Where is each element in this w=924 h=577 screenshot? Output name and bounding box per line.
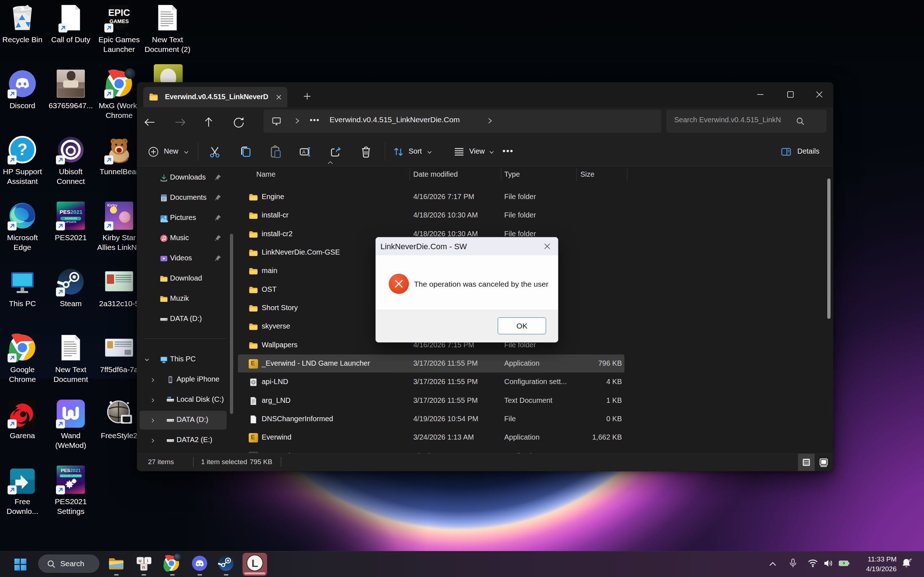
svg-text:?: ? [17,140,27,159]
svg-text:i: i [147,558,149,563]
svg-text:u: u [139,558,142,563]
svg-text:z: z [910,558,912,561]
svg-text:n: n [142,564,145,570]
svg-text:EPIC: EPIC [108,7,130,18]
svg-text:A: A [302,149,305,155]
